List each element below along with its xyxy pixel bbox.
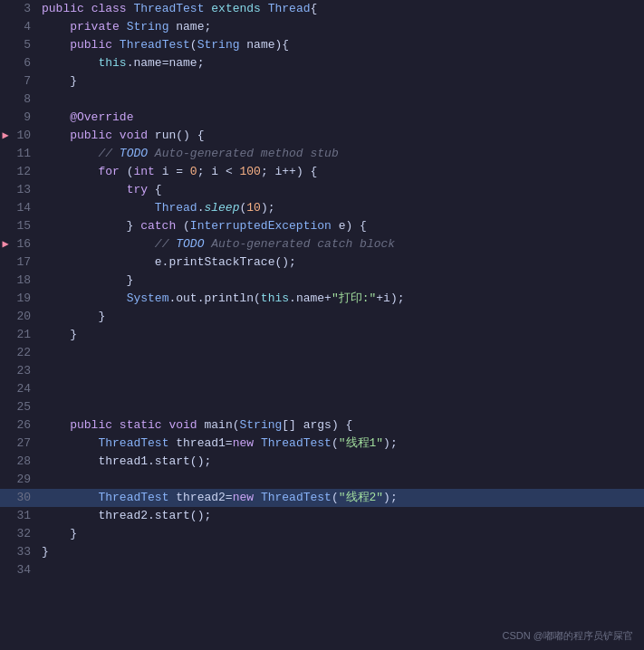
code-line-3: 3public class ThreadTest extends Thread{ (0, 0, 644, 18)
watermark: CSDN @嘟嘟的程序员铲屎官 (503, 629, 633, 643)
code-line-26: 26 public static void main(String[] args… (0, 416, 644, 435)
line-content-32: } (38, 525, 644, 543)
line-content-5: public ThreadTest(String name){ (38, 36, 644, 54)
line-number-8: 8 (11, 91, 38, 109)
code-line-29: 29 (0, 471, 644, 489)
code-line-4: 4 private String name; (0, 18, 644, 36)
code-line-21: 21 } (0, 326, 644, 344)
line-number-7: 7 (11, 72, 38, 91)
line-content-10: public void run() { (38, 127, 644, 145)
code-line-11: 11 // TODO Auto-generated method stub (0, 145, 644, 163)
line-content-4: private String name; (38, 18, 644, 36)
code-line-23: 23 (0, 362, 644, 380)
line-number-5: 5 (11, 36, 38, 54)
line-content-26: public static void main(String[] args) { (38, 416, 644, 435)
line-number-18: 18 (11, 272, 38, 290)
line-number-32: 32 (11, 525, 38, 543)
line-content-22 (38, 344, 644, 362)
line-number-31: 31 (11, 507, 38, 525)
line-number-23: 23 (11, 362, 38, 380)
line-content-19: System.out.println(this.name+"打印:"+i); (38, 290, 644, 308)
line-number-26: 26 (11, 416, 38, 435)
line-content-15: } catch (InterruptedException e) { (38, 217, 644, 235)
line-number-19: 19 (11, 290, 38, 308)
line-number-15: 15 (11, 217, 38, 235)
line-content-27: ThreadTest thread1=new ThreadTest("线程1")… (38, 435, 644, 453)
code-line-5: 5 public ThreadTest(String name){ (0, 36, 644, 54)
line-number-12: 12 (11, 163, 38, 181)
code-line-19: 19 System.out.println(this.name+"打印:"+i)… (0, 290, 644, 308)
code-line-28: 28 thread1.start(); (0, 453, 644, 471)
line-content-13: try { (38, 181, 644, 199)
line-content-21: } (38, 326, 644, 344)
line-number-9: 9 (11, 109, 38, 127)
line-arrow-10: ▶ (0, 127, 11, 145)
line-content-16: // TODO Auto-generated catch block (38, 235, 644, 253)
line-content-12: for (int i = 0; i < 100; i++) { (38, 163, 644, 181)
line-number-25: 25 (11, 398, 38, 416)
line-number-4: 4 (11, 18, 38, 36)
code-line-6: 6 this.name=name; (0, 54, 644, 72)
line-content-25 (38, 398, 644, 416)
line-content-8 (38, 91, 644, 109)
line-content-28: thread1.start(); (38, 453, 644, 471)
code-line-34: 34 (0, 561, 644, 579)
code-line-27: 27 ThreadTest thread1=new ThreadTest("线程… (0, 435, 644, 453)
code-line-24: 24 (0, 380, 644, 398)
line-content-18: } (38, 272, 644, 290)
code-line-16: ▶16 // TODO Auto-generated catch block (0, 235, 644, 253)
line-number-29: 29 (11, 471, 38, 489)
code-line-33: 33} (0, 543, 644, 561)
code-line-17: 17 e.printStackTrace(); (0, 253, 644, 272)
line-content-3: public class ThreadTest extends Thread{ (38, 0, 644, 18)
code-line-25: 25 (0, 398, 644, 416)
code-line-8: 8 (0, 91, 644, 109)
code-line-7: 7 } (0, 72, 644, 91)
line-content-29 (38, 471, 644, 489)
line-content-17: e.printStackTrace(); (38, 253, 644, 272)
line-arrow-16: ▶ (0, 235, 11, 253)
line-number-21: 21 (11, 326, 38, 344)
line-number-24: 24 (11, 380, 38, 398)
line-content-11: // TODO Auto-generated method stub (38, 145, 644, 163)
line-number-14: 14 (11, 199, 38, 217)
code-line-14: 14 Thread.sleep(10); (0, 199, 644, 217)
code-line-32: 32 } (0, 525, 644, 543)
line-number-6: 6 (11, 54, 38, 72)
code-line-12: 12 for (int i = 0; i < 100; i++) { (0, 163, 644, 181)
line-number-30: 30 (11, 489, 38, 507)
line-content-34 (38, 561, 644, 579)
line-content-31: thread2.start(); (38, 507, 644, 525)
line-number-22: 22 (11, 344, 38, 362)
code-line-15: 15 } catch (InterruptedException e) { (0, 217, 644, 235)
code-line-30: 30 ThreadTest thread2=new ThreadTest("线程… (0, 489, 644, 507)
code-line-9: 9 @Override (0, 109, 644, 127)
line-number-28: 28 (11, 453, 38, 471)
line-number-16: 16 (11, 235, 38, 253)
line-number-20: 20 (11, 308, 38, 326)
line-content-30: ThreadTest thread2=new ThreadTest("线程2")… (38, 489, 644, 507)
code-line-20: 20 } (0, 308, 644, 326)
code-line-18: 18 } (0, 272, 644, 290)
line-content-24 (38, 380, 644, 398)
line-content-23 (38, 362, 644, 380)
code-line-10: ▶10 public void run() { (0, 127, 644, 145)
line-content-20: } (38, 308, 644, 326)
line-content-14: Thread.sleep(10); (38, 199, 644, 217)
line-number-17: 17 (11, 253, 38, 272)
line-content-33: } (38, 543, 644, 561)
line-number-34: 34 (11, 561, 38, 579)
line-number-13: 13 (11, 181, 38, 199)
code-line-13: 13 try { (0, 181, 644, 199)
line-number-27: 27 (11, 435, 38, 453)
line-content-7: } (38, 72, 644, 91)
line-content-6: this.name=name; (38, 54, 644, 72)
code-line-31: 31 thread2.start(); (0, 507, 644, 525)
line-number-11: 11 (11, 145, 38, 163)
line-number-3: 3 (11, 0, 38, 18)
code-line-22: 22 (0, 344, 644, 362)
code-editor: 3public class ThreadTest extends Thread{… (0, 0, 644, 650)
line-number-10: 10 (11, 127, 38, 145)
line-number-33: 33 (11, 543, 38, 561)
line-content-9: @Override (38, 109, 644, 127)
